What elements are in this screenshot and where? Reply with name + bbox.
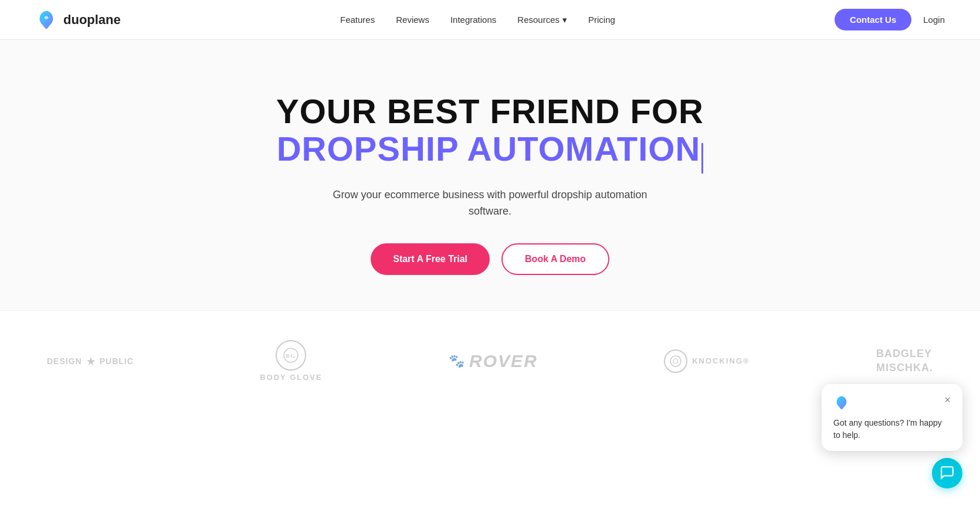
logo-body-glove: BG BODY GLOVE bbox=[260, 340, 322, 382]
nav-reviews[interactable]: Reviews bbox=[396, 15, 429, 25]
chat-logo-icon bbox=[833, 395, 850, 405]
navbar: duoplane Features Reviews Integrations R… bbox=[0, 0, 980, 40]
body-glove-circle: BG bbox=[276, 340, 306, 371]
hero-title-line2: DROPSHIP AUTOMATION bbox=[277, 130, 701, 168]
svg-point-4 bbox=[673, 359, 678, 364]
rover-text: Rover bbox=[469, 351, 538, 371]
hero-subtitle: Grow your ecommerce business with powerf… bbox=[314, 186, 666, 220]
chat-widget: × Got any questions? I'm happy to help. bbox=[822, 384, 962, 405]
login-button[interactable]: Login bbox=[923, 15, 945, 25]
body-glove-emblem: BG bbox=[283, 347, 299, 364]
logo-rover: 🐾 Rover bbox=[449, 351, 538, 371]
chat-bubble-header: × bbox=[833, 395, 951, 405]
badgley-mischka-text: BADGLEYMISCHKA. bbox=[876, 347, 933, 375]
nav-resources[interactable]: Resources ▾ bbox=[517, 15, 567, 25]
nav-pricing[interactable]: Pricing bbox=[588, 15, 615, 25]
svg-text:BG: BG bbox=[286, 353, 296, 359]
nav-actions: Contact Us Login bbox=[835, 9, 945, 30]
chat-bubble: × Got any questions? I'm happy to help. bbox=[822, 384, 962, 405]
hero-section: YOUR BEST FRIEND FOR DROPSHIP AUTOMATION… bbox=[0, 40, 980, 310]
logo-design-public: DESIGN PUBLIC bbox=[47, 356, 134, 366]
cursor-blink bbox=[701, 143, 703, 174]
logo-badgley-mischka: BADGLEYMISCHKA. bbox=[876, 347, 933, 375]
hero-title-line2-wrapper: DROPSHIP AUTOMATION bbox=[276, 130, 704, 174]
nav-features[interactable]: Features bbox=[340, 15, 375, 25]
nav-links: Features Reviews Integrations Resources … bbox=[340, 15, 615, 25]
knocking-emblem bbox=[669, 355, 682, 368]
logo-design-public-text: DESIGN bbox=[47, 356, 82, 366]
nav-logo[interactable]: duoplane bbox=[35, 9, 121, 31]
rover-paw-icon: 🐾 bbox=[449, 354, 466, 369]
logo-icon bbox=[35, 9, 57, 31]
design-public-icon bbox=[86, 356, 96, 366]
start-trial-button[interactable]: Start A Free Trial bbox=[371, 243, 490, 275]
chat-close-button[interactable]: × bbox=[944, 395, 951, 405]
svg-marker-0 bbox=[86, 356, 94, 365]
svg-point-3 bbox=[670, 356, 681, 366]
nav-integrations[interactable]: Integrations bbox=[450, 15, 496, 25]
knocking-circle bbox=[664, 349, 687, 373]
chevron-down-icon: ▾ bbox=[562, 15, 567, 25]
hero-title-line1: YOUR BEST FRIEND FOR bbox=[276, 93, 704, 130]
contact-us-button[interactable]: Contact Us bbox=[835, 9, 911, 30]
hero-cta-group: Start A Free Trial Book A Demo bbox=[371, 243, 609, 275]
hero-title: YOUR BEST FRIEND FOR DROPSHIP AUTOMATION bbox=[276, 93, 704, 174]
logo-knocking: knocking® bbox=[664, 349, 750, 373]
book-demo-button[interactable]: Book A Demo bbox=[501, 243, 609, 275]
body-glove-text: BODY GLOVE bbox=[260, 373, 322, 382]
brand-name: duoplane bbox=[63, 12, 121, 28]
knocking-text: knocking® bbox=[692, 356, 750, 365]
